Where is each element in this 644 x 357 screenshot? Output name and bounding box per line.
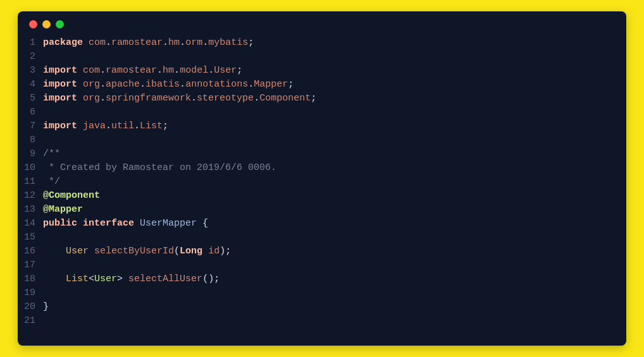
line-number: 11 [18, 175, 43, 189]
line-content: public interface UserMapper { [43, 217, 208, 231]
code-line: 10 * Created by Ramostear on 2019/6/6 00… [18, 161, 626, 175]
token-punc: ; [237, 65, 242, 76]
token-comment: */ [43, 176, 60, 187]
token-pkg: mybatis [208, 37, 248, 48]
token-pkg: springframework [106, 93, 191, 104]
token-punc: ; [163, 121, 168, 131]
token-sp [77, 79, 83, 90]
code-line: 20} [18, 300, 626, 314]
line-content: package com.ramostear.hm.orm.mybatis; [43, 36, 254, 50]
minimize-icon[interactable] [42, 20, 51, 28]
token-sp [83, 37, 89, 48]
code-line: 15 [18, 231, 626, 245]
token-sp [43, 246, 66, 257]
code-line: 19 [18, 286, 626, 300]
token-sp [77, 218, 83, 229]
token-pkg: stereotype [197, 93, 254, 104]
line-number: 10 [18, 161, 43, 175]
code-line: 2 [18, 50, 626, 64]
token-kw: public [43, 218, 77, 229]
token-pkg: org [83, 93, 100, 104]
line-number: 8 [18, 133, 43, 147]
line-number: 1 [18, 36, 43, 50]
code-line: 14public interface UserMapper { [18, 217, 626, 231]
token-comment: * Created by Ramostear on 2019/6/6 0006. [43, 162, 276, 173]
close-icon[interactable] [29, 20, 37, 28]
token-pkg: User [214, 65, 237, 76]
token-punc: ; [288, 79, 294, 90]
code-editor[interactable]: 1package com.ramostear.hm.orm.mybatis;23… [18, 33, 626, 337]
token-pkg: Component [259, 93, 311, 104]
line-number: 2 [18, 50, 43, 64]
line-number: 17 [18, 258, 43, 272]
code-line: 12@Component [18, 189, 626, 203]
token-pkg: ibatis [146, 79, 180, 90]
line-content: @Component [43, 189, 100, 203]
line-content: * Created by Ramostear on 2019/6/6 0006. [43, 161, 276, 175]
code-line: 3import com.ramostear.hm.model.User; [18, 64, 626, 78]
code-line: 17 [18, 258, 626, 272]
token-sp [197, 218, 202, 229]
token-punc: . [174, 65, 180, 76]
token-punc: . [134, 121, 140, 131]
line-number: 16 [18, 245, 43, 258]
line-number: 19 [18, 286, 43, 300]
token-pkg: model [180, 65, 208, 76]
token-punc: . [208, 65, 214, 76]
editor-window: 1package com.ramostear.hm.orm.mybatis;23… [18, 11, 626, 346]
token-punc: ; [214, 274, 220, 284]
line-number: 7 [18, 119, 43, 133]
token-punc: . [100, 93, 106, 104]
line-number: 20 [18, 300, 43, 314]
line-number: 12 [18, 189, 43, 203]
token-pkg: selectByUserId [94, 246, 174, 257]
token-pkg: com [89, 37, 106, 48]
token-sp [77, 93, 83, 104]
line-number: 14 [18, 217, 43, 231]
token-punc: . [202, 37, 208, 48]
token-generic: User [94, 274, 117, 284]
code-line: 7import java.util.List; [18, 119, 626, 133]
token-sp [123, 274, 128, 284]
token-punc: { [202, 218, 208, 229]
token-punc: . [180, 37, 185, 48]
token-punc: . [140, 79, 146, 90]
line-content: */ [43, 175, 60, 189]
token-type: User [66, 246, 89, 257]
line-number: 18 [18, 272, 43, 286]
token-punc: . [157, 65, 163, 76]
token-pkg: org [83, 79, 100, 90]
token-sp [202, 246, 208, 257]
maximize-icon[interactable] [56, 20, 64, 28]
line-content: @Mapper [43, 203, 83, 217]
token-punc: . [180, 79, 185, 90]
token-sp [89, 246, 94, 257]
token-ann: @Mapper [43, 204, 83, 215]
token-punc: () [202, 274, 214, 284]
token-punc: . [100, 65, 106, 76]
code-line: 18 List<User> selectAllUser(); [18, 272, 626, 286]
token-kw: interface [83, 218, 134, 229]
token-punc: ( [174, 246, 180, 257]
token-pkg: hm [168, 37, 180, 48]
token-pkg: ramostear [106, 65, 157, 76]
token-type: List [66, 274, 89, 284]
code-line: 8 [18, 133, 626, 147]
token-pkg: util [111, 121, 134, 131]
code-line: 4import org.apache.ibatis.annotations.Ma… [18, 78, 626, 92]
token-punc: } [43, 301, 49, 312]
code-line: 11 */ [18, 175, 626, 189]
token-sp [77, 65, 83, 76]
token-kw: Long [180, 246, 202, 257]
token-punc: . [191, 93, 197, 104]
token-pkg: selectAllUser [128, 274, 202, 284]
token-punc: . [106, 121, 111, 131]
token-pkg: List [140, 121, 163, 131]
token-kw: import [43, 121, 77, 131]
token-punc: > [117, 274, 123, 284]
line-content: /** [43, 147, 60, 161]
line-content: import org.apache.ibatis.annotations.Map… [43, 78, 294, 92]
token-punc: ; [311, 93, 316, 104]
line-content: import com.ramostear.hm.model.User; [43, 64, 242, 78]
line-number: 13 [18, 203, 43, 217]
